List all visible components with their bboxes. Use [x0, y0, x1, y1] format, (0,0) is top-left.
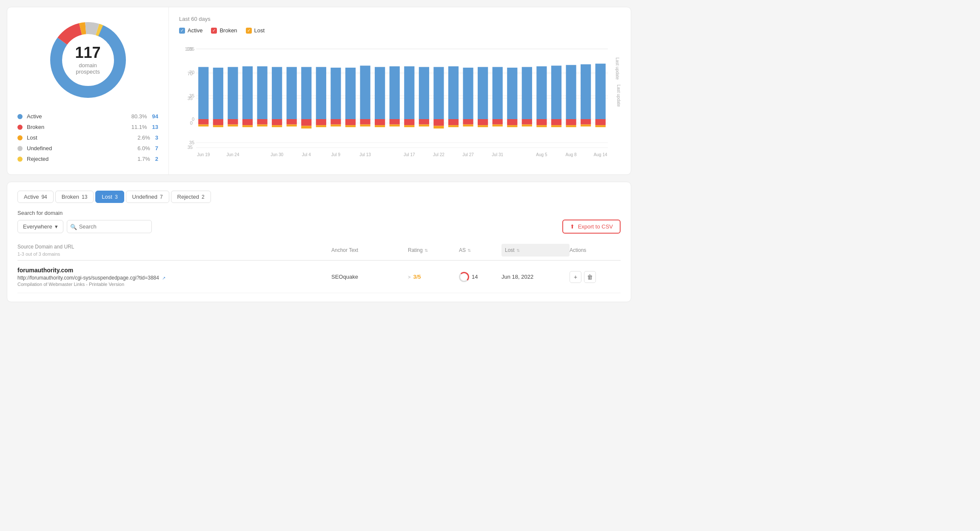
domain-description: Compilation of Webmaster Links - Printab… [17, 282, 331, 287]
chevron-down-icon: ▾ [55, 223, 58, 230]
table-row: forumauthority.com http://forumauthority… [17, 261, 621, 293]
legend-list: Active 80.3% 94 Broken 11.1% 13 Lost 2.6… [17, 111, 158, 164]
add-action-button[interactable]: + [570, 271, 581, 283]
legend-dot-rejected [17, 157, 23, 162]
as-circle-icon [459, 272, 469, 282]
tab-lost[interactable]: Lost 3 [95, 191, 124, 203]
tab-broken[interactable]: Broken 13 [55, 191, 94, 203]
search-row: Everywhere ▾ 🔍 ⬆ Export to CSV [17, 220, 621, 234]
sort-icon-lost: ⇅ [516, 248, 520, 253]
chart-section: Last 60 days ✓ Active ✓ Broken ✓ Lost [169, 7, 631, 174]
legend-item-lost: Lost 2.6% 3 [17, 132, 158, 143]
tabs-card: Active 94 Broken 13 Lost 3 Undefined 7 R… [7, 182, 631, 302]
tab-rejected[interactable]: Rejected 2 [171, 191, 211, 203]
chart-legend-lost[interactable]: ✓ Lost [246, 27, 265, 34]
search-label: Search for domain [17, 210, 621, 216]
legend-dot-active [17, 114, 23, 119]
legend-dot-lost [17, 135, 23, 140]
search-dropdown[interactable]: Everywhere ▾ [17, 220, 63, 233]
search-section: Search for domain Everywhere ▾ 🔍 ⬆ Expor… [17, 210, 621, 234]
tab-active[interactable]: Active 94 [17, 191, 54, 203]
table-row-forumauthority: forumauthority.com http://forumauthority… [17, 261, 621, 293]
domain-url: http://forumauthority.com/cgi-sys/suspen… [17, 275, 331, 281]
th-anchor-text: Anchor Text [331, 244, 408, 257]
action-buttons: + 🗑 [570, 271, 621, 283]
anchor-text-cell: SEOquake [331, 274, 408, 280]
donut-chart: 117 domainprospects [46, 17, 131, 103]
tab-undefined[interactable]: Undefined 7 [126, 191, 169, 203]
legend-item-rejected: Rejected 1.7% 2 [17, 154, 158, 164]
delete-action-button[interactable]: 🗑 [584, 271, 596, 283]
chart-legend-broken[interactable]: ✓ Broken [211, 27, 237, 34]
export-csv-button[interactable]: ⬆ Export to CSV [562, 220, 621, 234]
search-input-wrap: 🔍 [67, 220, 152, 233]
tabs-row: Active 94 Broken 13 Lost 3 Undefined 7 R… [17, 191, 621, 203]
domain-name: forumauthority.com [17, 267, 331, 274]
legend-item-active: Active 80.3% 94 [17, 111, 158, 122]
legend-item-broken: Broken 11.1% 13 [17, 122, 158, 132]
th-source-domain: Source Domain and URL 1-3 out of 3 domai… [17, 244, 331, 257]
rating-cell: > 3/5 [408, 274, 459, 280]
legend-item-undefined: Undefined 6.0% 7 [17, 143, 158, 154]
rating-arrow: > [408, 274, 410, 280]
search-left: Everywhere ▾ 🔍 [17, 220, 152, 233]
sort-icon-as: ⇅ [467, 248, 471, 253]
rating-value: 3/5 [413, 274, 421, 280]
donut-section: 117 domainprospects Active 80.3% 94 Brok… [7, 7, 169, 174]
domain-cell: forumauthority.com http://forumauthority… [17, 267, 331, 287]
th-lost[interactable]: Lost ⇅ [501, 244, 570, 257]
th-actions: Actions [570, 244, 621, 257]
upload-icon: ⬆ [570, 223, 575, 230]
search-icon: 🔍 [70, 223, 77, 230]
external-link-icon[interactable]: ↗ [162, 276, 165, 280]
lost-date: Jun 18, 2022 [501, 274, 570, 280]
last-update-label: Last update [615, 57, 620, 80]
as-value: 14 [472, 274, 478, 280]
legend-dot-broken [17, 125, 23, 130]
svg-point-5 [63, 34, 114, 86]
domain-url-link[interactable]: http://forumauthority.com/cgi-sys/suspen… [17, 275, 160, 281]
as-cell: 14 [459, 272, 501, 282]
th-as[interactable]: AS ⇅ [459, 244, 501, 257]
legend-dot-undefined [17, 146, 23, 151]
chart-period-label: Last 60 days [179, 16, 621, 22]
table-header: Source Domain and URL 1-3 out of 3 domai… [17, 240, 621, 261]
th-rating[interactable]: Rating ⇅ [408, 244, 459, 257]
stats-card: 117 domainprospects Active 80.3% 94 Brok… [7, 7, 631, 175]
chart-legend-active[interactable]: ✓ Active [179, 27, 202, 34]
sort-icon-rating: ⇅ [424, 248, 428, 253]
chart-legend: ✓ Active ✓ Broken ✓ Lost [179, 27, 621, 34]
search-input[interactable] [67, 220, 152, 233]
